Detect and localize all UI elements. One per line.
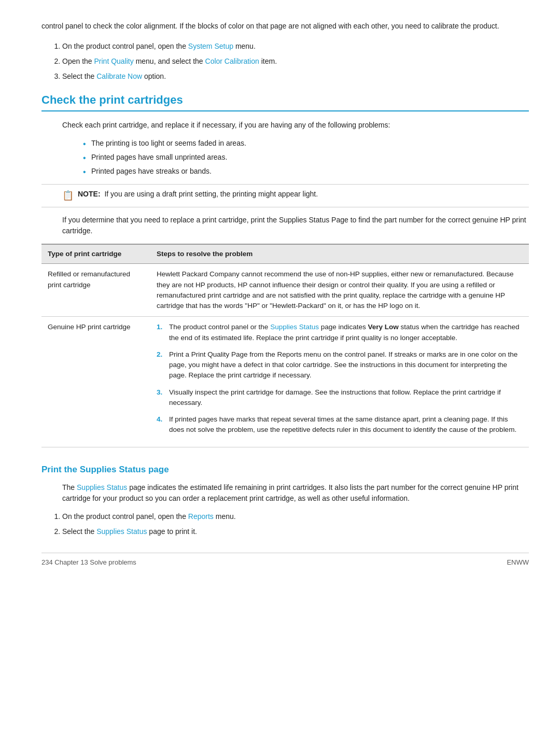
step-num-4: 4. [157, 414, 165, 435]
supplies-steps-list: On the product control panel, open the R… [62, 511, 529, 537]
reports-link[interactable]: Reports [188, 512, 214, 521]
step-num-1: 1. [157, 322, 165, 343]
table-body: Refilled or remanufactured print cartrid… [41, 264, 529, 447]
step-text-4: If printed pages have marks that repeat … [169, 414, 523, 435]
calibrate-step-2: Open the Print Quality menu, and select … [62, 56, 529, 67]
check-cartridges-heading: Check the print cartridges [41, 91, 529, 111]
table-header-row: Type of print cartridge Steps to resolve… [41, 244, 529, 264]
supplies-status-text: If you determine that you need to replac… [62, 215, 529, 236]
supplies-step-1: On the product control panel, open the R… [62, 511, 529, 522]
system-setup-link[interactable]: System Setup [188, 42, 233, 50]
footer-left: 234 Chapter 13 Solve problems [41, 557, 136, 568]
intro-paragraph: control panel to check the color alignme… [41, 21, 529, 32]
note-box: 📋 NOTE: If you are using a draft print s… [41, 184, 529, 207]
note-content: If you are using a draft print setting, … [104, 190, 318, 198]
cartridge-table: Type of print cartridge Steps to resolve… [41, 244, 529, 447]
page-footer: 234 Chapter 13 Solve problems ENWW [41, 553, 529, 568]
note-icon: 📋 [62, 189, 74, 203]
check-cartridges-body: Check each print cartridge, and replace … [62, 120, 529, 131]
footer-right: ENWW [507, 557, 529, 568]
step-num-3: 3. [157, 387, 165, 409]
bullet-item-3: Printed pages have streaks or bands. [83, 166, 529, 177]
refilled-type: Refilled or remanufactured print cartrid… [41, 264, 150, 317]
step-num-2: 2. [157, 349, 165, 381]
supplies-page-body: The Supplies Status page indicates the e… [62, 482, 529, 504]
genuine-step-4: 4. If printed pages have marks that repe… [157, 414, 523, 435]
step-text-3: Visually inspect the print cartridge for… [169, 387, 523, 409]
step-text-2: Print a Print Quality Page from the Repo… [169, 349, 523, 381]
table-row-genuine: Genuine HP print cartridge 1. The produc… [41, 317, 529, 447]
table-header: Type of print cartridge Steps to resolve… [41, 244, 529, 264]
table-row-refilled: Refilled or remanufactured print cartrid… [41, 264, 529, 317]
print-quality-link[interactable]: Print Quality [94, 57, 134, 65]
supplies-status-link-3[interactable]: Supplies Status [96, 527, 147, 536]
genuine-steps: 1. The product control panel or the Supp… [150, 317, 529, 447]
calibrate-steps-list: On the product control panel, open the S… [62, 41, 529, 82]
calibrate-now-link[interactable]: Calibrate Now [96, 72, 142, 80]
genuine-steps-list: 1. The product control panel or the Supp… [157, 322, 523, 435]
bullet-item-2: Printed pages have small unprinted areas… [83, 152, 529, 163]
genuine-step-3: 3. Visually inspect the print cartridge … [157, 387, 523, 409]
calibrate-step-1: On the product control panel, open the S… [62, 41, 529, 52]
genuine-step-1: 1. The product control panel or the Supp… [157, 322, 523, 343]
problem-bullets-list: The printing is too light or seems faded… [83, 138, 529, 177]
supplies-status-link-2[interactable]: Supplies Status [77, 483, 127, 491]
genuine-type: Genuine HP print cartridge [41, 317, 150, 447]
print-supplies-heading: Print the Supplies Status page [41, 463, 529, 476]
genuine-step-2: 2. Print a Print Quality Page from the R… [157, 349, 523, 381]
note-label: NOTE: [78, 190, 101, 198]
step-text-1: The product control panel or the Supplie… [169, 322, 523, 343]
supplies-step-2: Select the Supplies Status page to print… [62, 526, 529, 537]
supplies-status-link-1[interactable]: Supplies Status [270, 323, 319, 331]
bullet-item-1: The printing is too light or seems faded… [83, 138, 529, 149]
color-calibration-link[interactable]: Color Calibration [205, 57, 259, 65]
refilled-steps: Hewlett Packard Company cannot recommend… [150, 264, 529, 317]
col1-header: Type of print cartridge [41, 244, 150, 264]
note-text: NOTE: If you are using a draft print set… [78, 189, 318, 200]
calibrate-step-3: Select the Calibrate Now option. [62, 71, 529, 82]
col2-header: Steps to resolve the problem [150, 244, 529, 264]
